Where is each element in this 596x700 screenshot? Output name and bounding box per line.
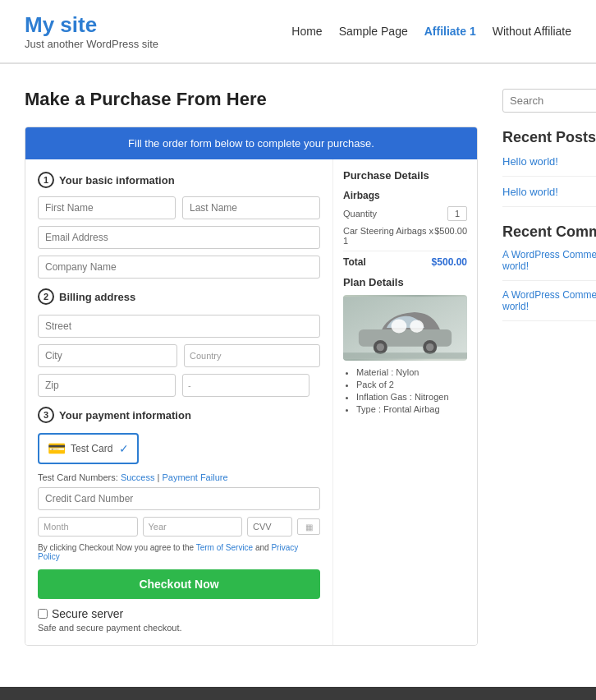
sidebar-post-link-1[interactable]: Hello world! (502, 186, 558, 198)
quantity-value: 1 (447, 206, 467, 221)
svg-rect-1 (359, 329, 452, 347)
total-label: Total (343, 256, 366, 268)
failure-link[interactable]: Payment Failure (162, 472, 227, 482)
product-row: Car Steering Airbags x 1 $500.00 (343, 226, 467, 246)
company-input[interactable] (38, 256, 320, 279)
sidebar-comment-1: A WordPress Commenter on Hello world! (502, 289, 596, 321)
section2-label: Billing address (59, 291, 135, 303)
checkout-button[interactable]: Checkout Now (38, 569, 320, 599)
feature-2: Inflation Gas : Nitrogen (356, 392, 467, 402)
year-select[interactable]: Year (143, 517, 243, 537)
checkout-header: Fill the order form below to complete yo… (25, 127, 477, 159)
payment-method-label: Test Card (71, 443, 112, 454)
secure-info: Secure server (38, 607, 320, 620)
city-country-row: Country (38, 344, 320, 367)
secure-label: Secure server (52, 607, 123, 620)
card-number-row (38, 487, 320, 510)
sidebar-post-link-0[interactable]: Hello world! (502, 155, 558, 168)
svg-rect-8 (343, 352, 467, 359)
search-input[interactable] (502, 89, 596, 113)
nav-sample-page[interactable]: Sample Page (339, 25, 408, 38)
section1-header: 1 Your basic information (38, 172, 320, 188)
company-row (38, 256, 320, 279)
first-name-input[interactable] (38, 196, 176, 219)
sidebar: 🔍 Recent Posts Hello world! Hello world!… (502, 89, 596, 646)
month-select[interactable]: Month (38, 517, 138, 537)
item-price: $500.00 (434, 226, 467, 246)
svg-point-3 (410, 320, 424, 333)
secure-subtext: Safe and secure payment checkout. (38, 623, 320, 633)
recent-comments-title: Recent Comments (502, 223, 596, 241)
product-name: Airbags (343, 190, 467, 201)
svg-point-5 (377, 343, 384, 351)
nav-without-affiliate[interactable]: Without Affiliate (493, 25, 571, 38)
feature-0: Material : Nylon (356, 367, 467, 377)
credit-card-icon: 💳 (48, 440, 66, 458)
main-nav: Home Sample Page Affiliate 1 Without Aff… (291, 25, 571, 38)
section2-header: 2 Billing address (38, 288, 320, 305)
email-input[interactable] (38, 226, 320, 249)
content-area: Make a Purchase From Here Fill the order… (25, 89, 478, 646)
section2-number: 2 (38, 288, 54, 305)
section3-number: 3 (38, 407, 54, 423)
street-row (38, 315, 320, 338)
footer: Colorway Theme Footer is widgetized. To … (0, 687, 596, 700)
terms-text: By clicking Checkout Now you agree to th… (38, 543, 320, 561)
site-title-block: My site Just another WordPress site (25, 12, 158, 50)
site-subtitle: Just another WordPress site (25, 38, 158, 50)
last-name-input[interactable] (182, 196, 320, 219)
feature-3: Type : Frontal Airbag (356, 404, 467, 414)
header: My site Just another WordPress site Home… (0, 0, 596, 63)
terms-text2: and (255, 543, 269, 552)
success-link[interactable]: Success (121, 472, 155, 482)
form-right: Purchase Details Airbags Quantity 1 Car … (333, 159, 477, 645)
name-row (38, 196, 320, 219)
svg-point-2 (392, 320, 407, 334)
payment-method[interactable]: 💳 Test Card ✓ (38, 433, 139, 464)
check-icon: ✓ (119, 442, 129, 455)
search-box: 🔍 (502, 89, 596, 113)
country-select[interactable]: Country (184, 344, 320, 367)
purchase-details-title: Purchase Details (343, 169, 467, 182)
total-value: $500.00 (432, 256, 467, 268)
svg-point-7 (426, 343, 433, 351)
section1-number: 1 (38, 172, 54, 188)
total-row: Total $500.00 (343, 251, 467, 268)
card-type-icon: ▦ (297, 518, 320, 535)
section1-label: Your basic information (59, 174, 175, 187)
checkout-container: Fill the order form below to complete yo… (25, 127, 478, 646)
nav-home[interactable]: Home (291, 25, 322, 38)
commenter-link-0[interactable]: A WordPress Commenter (502, 249, 596, 260)
test-card-info: Test Card Numbers: Success | Payment Fai… (38, 472, 320, 482)
plan-details-title: Plan Details (343, 276, 467, 288)
dash-select[interactable]: - (182, 374, 309, 397)
sidebar-comment-0: A WordPress Commenter on Hello world! (502, 249, 596, 281)
recent-posts-title: Recent Posts (502, 129, 596, 146)
expiry-row: Month Year ▦ (38, 517, 320, 537)
zip-row: - (38, 374, 320, 397)
nav-affiliate1[interactable]: Affiliate 1 (424, 25, 476, 38)
site-name: My site (25, 12, 158, 38)
street-input[interactable] (38, 315, 320, 338)
cvv-input[interactable] (247, 517, 292, 537)
test-card-text: Test Card Numbers: (38, 472, 118, 482)
sidebar-post-1: Hello world! (502, 185, 596, 207)
secure-checkbox[interactable] (38, 609, 48, 619)
terms-text1: By clicking Checkout Now you agree to th… (38, 543, 194, 552)
car-image (343, 295, 467, 361)
section3-header: 3 Your payment information (38, 407, 320, 423)
email-row (38, 226, 320, 249)
city-input[interactable] (38, 344, 177, 367)
terms-link[interactable]: Term of Service (196, 543, 253, 552)
plan-features: Material : Nylon Pack of 2 Inflation Gas… (343, 367, 467, 414)
zip-input[interactable] (38, 374, 176, 397)
feature-1: Pack of 2 (356, 380, 467, 389)
quantity-row: Quantity 1 (343, 206, 467, 221)
section3-label: Your payment information (59, 409, 191, 421)
form-left: 1 Your basic information (25, 159, 333, 645)
card-number-input[interactable] (38, 487, 320, 510)
sidebar-post-0: Hello world! (502, 154, 596, 177)
form-body: 1 Your basic information (25, 159, 477, 645)
commenter-link-1[interactable]: A WordPress Commenter (502, 289, 596, 301)
quantity-label: Quantity (343, 209, 377, 219)
